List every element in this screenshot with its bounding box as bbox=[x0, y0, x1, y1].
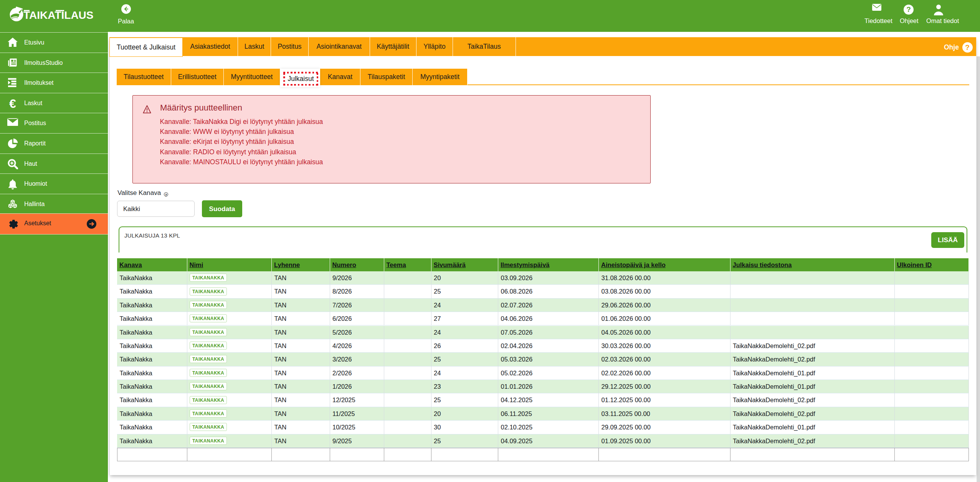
svg-text:€: € bbox=[9, 98, 16, 110]
